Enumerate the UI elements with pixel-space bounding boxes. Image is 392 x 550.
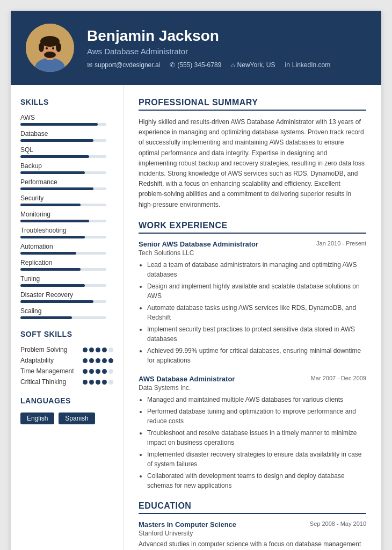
job-header: AWS Database Administrator Mar 2007 - De… (139, 375, 366, 383)
summary-heading: PROFESSIONAL SUMMARY (139, 98, 366, 111)
contact-linkedin: in LinkedIn.com (285, 61, 330, 69)
dot (83, 348, 88, 352)
education-list: Masters in Computer Science Sep 2008 - M… (139, 520, 366, 550)
dot (89, 369, 94, 374)
dot (108, 358, 113, 363)
edu-header: Masters in Computer Science Sep 2008 - M… (139, 520, 366, 529)
skill-bar-background (20, 171, 106, 174)
soft-skill-item: Adaptability (20, 357, 113, 364)
dot (83, 369, 88, 374)
skills-title: SKILLS (20, 98, 113, 106)
edu-date: Sep 2008 - May 2010 (310, 520, 366, 527)
contact-info: ✉ support@cvdesigner.ai ✆ (555) 345-6789… (87, 61, 330, 69)
skill-bar-fill (20, 252, 76, 255)
skill-bar-background (20, 236, 106, 238)
skill-bar-fill (20, 204, 81, 206)
skill-item: Troubleshooting (20, 227, 113, 238)
soft-skill-name: Time Management (20, 367, 74, 375)
dot (102, 369, 107, 374)
skill-item: Tuning (20, 275, 113, 287)
skill-bar-fill (20, 268, 81, 271)
job-bullet: Collaborated with development teams to d… (147, 471, 366, 490)
edu-degree: Masters in Computer Science (139, 520, 236, 529)
dot (96, 348, 100, 352)
summary-text: Highly skilled and results-driven AWS Da… (139, 117, 366, 210)
dot (108, 380, 113, 385)
skill-item: SQL (20, 146, 113, 158)
location-icon: ⌂ (231, 61, 235, 69)
skill-bar-background (20, 252, 106, 255)
skill-item: Replication (20, 259, 113, 271)
candidate-title: Aws Database Administrator (87, 47, 330, 56)
skill-bar-background (20, 123, 106, 126)
skill-bar-background (20, 220, 106, 222)
edu-school: Stanford University (139, 530, 366, 537)
job-bullets-list: Lead a team of database administrators i… (139, 260, 366, 365)
skill-item: AWS (20, 114, 113, 126)
job-item: Senior AWS Database Administrator Jan 20… (139, 240, 366, 365)
skill-name: Automation (20, 243, 113, 250)
skill-bar-background (20, 316, 106, 319)
skill-bar-fill (20, 187, 93, 190)
skill-item: Disaster Recovery (20, 291, 113, 303)
skill-name: Monitoring (20, 211, 113, 218)
skill-bar-fill (20, 171, 85, 174)
skill-bar-fill (20, 155, 89, 158)
job-bullet: Implemented disaster recovery strategies… (147, 450, 366, 469)
skill-bar-fill (20, 300, 93, 303)
job-company: Data Systems Inc. (139, 384, 366, 392)
dot (89, 380, 94, 385)
candidate-name: Benjamin Jackson (87, 27, 330, 45)
skill-bar-background (20, 300, 106, 303)
job-bullet: Troubleshoot and resolve database issues… (147, 428, 366, 447)
svg-point-9 (52, 47, 54, 49)
svg-point-7 (44, 52, 56, 58)
avatar (26, 24, 74, 72)
skill-dots (83, 358, 113, 363)
skill-dots (83, 348, 113, 352)
skill-name: Troubleshooting (20, 227, 113, 234)
dot (102, 358, 107, 363)
skill-bar-fill (20, 284, 85, 287)
job-bullet: Lead a team of database administrators i… (147, 260, 366, 279)
skill-bar-background (20, 204, 106, 206)
skill-dots (83, 380, 113, 385)
skill-bar-background (20, 155, 106, 158)
dot (83, 380, 88, 385)
skill-bar-fill (20, 139, 93, 142)
job-company: Tech Solutions LLC (139, 249, 366, 257)
header-section: Benjamin Jackson Aws Database Administra… (11, 11, 381, 85)
soft-skill-name: Adaptability (20, 357, 54, 364)
soft-skill-item: Critical Thinking (20, 378, 113, 386)
right-content: PROFESSIONAL SUMMARY Highly skilled and … (124, 85, 381, 550)
job-bullet: Implement security best practices to pro… (147, 324, 366, 344)
skill-item: Database (20, 130, 113, 142)
skill-bar-fill (20, 123, 98, 126)
skill-name: Security (20, 194, 113, 202)
skill-name: Database (20, 130, 113, 138)
svg-point-8 (46, 47, 48, 49)
skill-item: Monitoring (20, 211, 113, 222)
skill-bar-background (20, 187, 106, 190)
skill-name: Replication (20, 259, 113, 266)
skill-bar-background (20, 284, 106, 287)
main-content: SKILLS AWS Database SQL Backup Performan… (11, 85, 381, 550)
job-bullet: Automate database tasks using AWS servic… (147, 303, 366, 322)
language-tag: Spanish (59, 412, 95, 424)
soft-skill-item: Problem Solving (20, 346, 113, 353)
svg-point-5 (39, 42, 44, 52)
linkedin-icon: in (285, 61, 289, 69)
skill-item: Security (20, 194, 113, 206)
skill-bar-fill (20, 316, 72, 319)
skill-item: Backup (20, 162, 113, 174)
phone-icon: ✆ (170, 61, 175, 69)
skill-item: Automation (20, 243, 113, 255)
contact-phone: ✆ (555) 345-6789 (170, 61, 221, 69)
soft-skill-item: Time Management (20, 367, 113, 375)
job-bullets-list: Managed and maintained multiple AWS data… (139, 395, 366, 490)
svg-point-6 (56, 42, 61, 52)
soft-skill-name: Critical Thinking (20, 378, 66, 386)
skill-bar-fill (20, 236, 85, 238)
edu-description: Advanced studies in computer science wit… (139, 539, 366, 550)
job-bullet: Achieved 99.99% uptime for critical data… (147, 346, 366, 365)
